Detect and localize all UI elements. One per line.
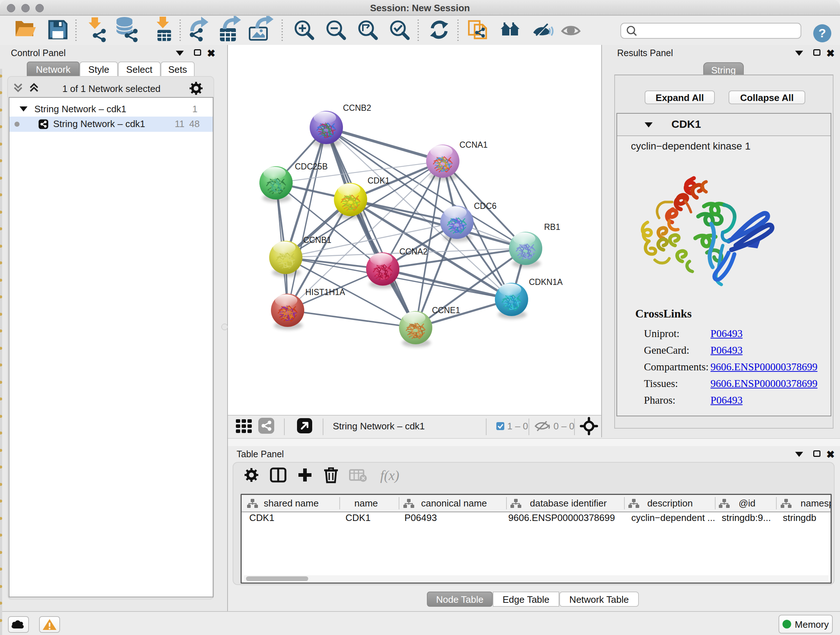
svg-text:CCNA2: CCNA2 (399, 247, 428, 256)
svg-text:0 – 0: 0 – 0 (554, 421, 575, 432)
svg-text:database identifier: database identifier (530, 498, 607, 509)
svg-text:CDK1: CDK1 (346, 512, 370, 523)
svg-text:canonical name: canonical name (421, 498, 487, 509)
svg-text:CDC25B: CDC25B (295, 162, 328, 171)
svg-text:@id: @id (739, 498, 756, 509)
svg-text:description: description (647, 498, 693, 509)
svg-text:cyclin−dependent ...: cyclin−dependent ... (631, 512, 715, 523)
svg-text:f(x): f(x) (380, 468, 399, 483)
svg-text:RB1: RB1 (544, 222, 561, 232)
svg-text:9606.ENSP00000378699: 9606.ENSP00000378699 (508, 512, 615, 523)
svg-text:1 of 1 Network selected: 1 of 1 Network selected (62, 83, 161, 94)
svg-text:CDK1: CDK1 (368, 176, 390, 185)
svg-text:namespac: namespac (801, 498, 831, 509)
svg-text:CCNA1: CCNA1 (459, 140, 488, 149)
svg-text:CCNE1: CCNE1 (432, 306, 460, 315)
svg-text:P06493: P06493 (404, 512, 437, 523)
svg-text:CDKN1A: CDKN1A (529, 277, 563, 287)
svg-text:stringdb:9...: stringdb:9... (722, 512, 771, 523)
svg-text:HIST1H1A: HIST1H1A (305, 287, 346, 297)
svg-text:1 – 0: 1 – 0 (507, 421, 528, 432)
svg-text:name: name (354, 498, 378, 509)
svg-text:CCNB2: CCNB2 (343, 103, 371, 112)
svg-text:CDC6: CDC6 (474, 201, 497, 211)
svg-text:CCNB1: CCNB1 (303, 235, 332, 245)
svg-text:stringdb: stringdb (783, 512, 816, 523)
svg-text:CDK1: CDK1 (249, 512, 274, 523)
svg-text:?: ? (819, 26, 826, 40)
svg-text:String Network – cdk1: String Network – cdk1 (333, 421, 425, 432)
svg-text:shared name: shared name (264, 498, 319, 509)
